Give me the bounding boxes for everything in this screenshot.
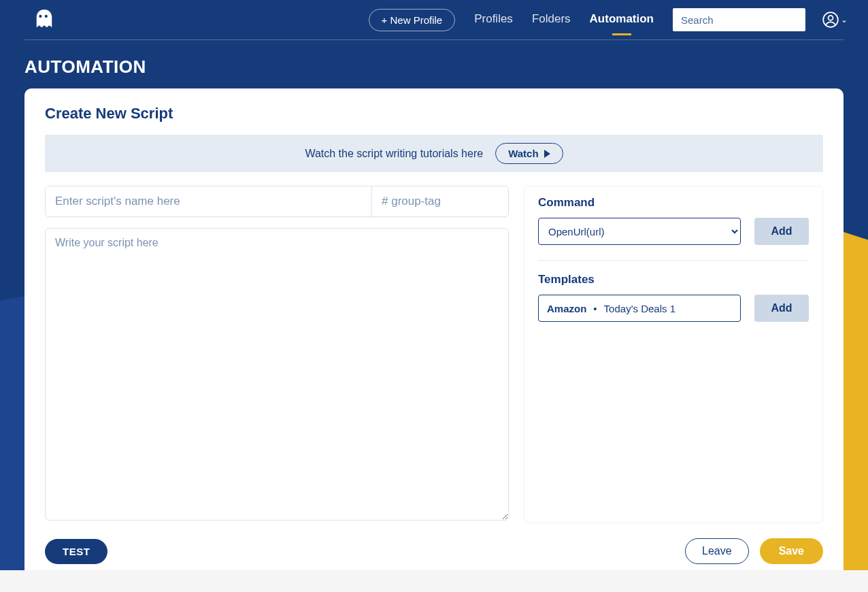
ghost-logo-icon [34,8,54,31]
create-script-card: Create New Script Watch the script writi… [24,88,844,570]
group-tag-input[interactable] [372,186,508,216]
template-name: Today's Deals 1 [604,303,675,314]
script-name-input[interactable] [46,186,372,216]
chevron-down-icon: ⌄ [841,15,848,24]
watch-button[interactable]: Watch [495,143,563,164]
card-title: Create New Script [45,105,823,122]
tutorial-banner: Watch the script writing tutorials here … [45,135,823,172]
nav-profiles[interactable]: Profiles [474,12,513,27]
account-menu[interactable]: ⌄ [822,11,848,29]
new-profile-button[interactable]: + New Profile [369,9,456,31]
command-select[interactable]: OpenUrl(url) [538,218,741,245]
command-add-button[interactable]: Add [754,218,809,245]
header-divider [24,39,844,40]
script-body-textarea[interactable] [45,228,509,521]
test-button[interactable]: TEST [45,539,107,564]
nav-automation[interactable]: Automation [590,12,654,27]
template-add-button[interactable]: Add [754,295,809,322]
template-site: Amazon [547,303,586,314]
bullet-icon: • [593,303,597,314]
save-button[interactable]: Save [760,538,823,564]
command-section-label: Command [538,196,809,210]
template-select[interactable]: Amazon • Today's Deals 1 [538,295,741,322]
search-input[interactable] [673,8,805,31]
nav-folders[interactable]: Folders [532,12,571,27]
page-title: AUTOMATION [24,56,844,78]
watch-button-label: Watch [508,148,538,159]
templates-section-label: Templates [538,273,809,286]
user-circle-icon [822,11,839,29]
tutorial-text: Watch the script writing tutorials here [305,148,483,160]
leave-button[interactable]: Leave [685,538,749,564]
play-icon [544,150,550,158]
svg-point-1 [829,16,833,20]
